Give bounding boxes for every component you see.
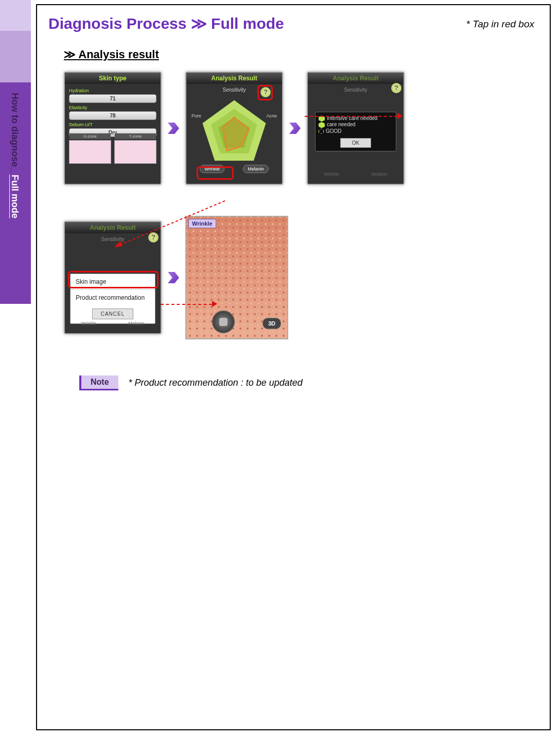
- arrowhead-icon: [212, 301, 217, 307]
- page: Diagnosis Process ≫ Full mode * Tap in r…: [36, 4, 551, 730]
- arrow-skin-to-wrinkle: [161, 304, 212, 305]
- sidebar: How to diagnose_ Full mode: [0, 0, 31, 754]
- label-sebum: Sebum-U/T: [69, 122, 156, 127]
- menu-product-recommendation[interactable]: Product recommendation: [71, 290, 155, 305]
- note-text: * Product recommendation : to be updated: [129, 378, 303, 388]
- label-sensitivity: Sensitivity: [222, 87, 246, 93]
- chevron-right-icon: [168, 272, 179, 283]
- tap-hint: * Tap in red box: [466, 19, 534, 30]
- u-zone-box[interactable]: U-zone: [69, 140, 111, 164]
- panel-wrinkle-skin-image: Wrinkle 3D: [185, 216, 288, 339]
- red-box-wrinkle: [197, 166, 234, 180]
- label-melanin-dim: Melanin: [371, 172, 388, 177]
- panel-header-analysis-dim: Analysis Result: [308, 73, 404, 84]
- sidebar-label-bright: Full mode: [10, 175, 20, 218]
- sidebar-block-3: How to diagnose_ Full mode: [0, 82, 31, 304]
- u-zone-label: U-zone: [69, 133, 111, 139]
- arrow-help-to-legend: [305, 116, 397, 117]
- zone-row: U-zone T-zone: [69, 140, 156, 164]
- help-icon-dim: ?: [391, 83, 401, 93]
- sidebar-block-2: [0, 31, 31, 82]
- red-box-skin-image: [68, 271, 159, 288]
- t-zone-box[interactable]: T-zone: [114, 140, 156, 164]
- label-wrinkle-dim2: Wrinkle: [81, 321, 96, 326]
- legend-popup: Intensive care needed care needed GOOD O…: [315, 112, 396, 151]
- radar-chart: Pore Acne: [190, 96, 278, 168]
- label-elasticity: Elasticity: [69, 105, 156, 110]
- label-melanin-dim2: Melanin: [128, 321, 145, 326]
- panel-analysis-radar: Analysis Result Sensitivity Pore Acne Wr…: [185, 72, 283, 185]
- panel-skin-type: Skin type Hydration 71 Elasticity 78 Seb…: [64, 72, 162, 185]
- sidebar-label-dim: How to diagnose_: [10, 93, 20, 175]
- panel-skin-image-popup: Analysis Result Sensitivity ? Skin image…: [64, 221, 162, 334]
- legend-item-care: care needed: [319, 122, 393, 128]
- legend-item-good: GOOD: [319, 128, 393, 134]
- value-hydration: 71: [69, 94, 156, 103]
- label-sensitivity-dim2: Sensitivity: [69, 236, 156, 242]
- panel-header-analysis-dim2: Analysis Result: [65, 222, 161, 233]
- ok-button[interactable]: OK: [340, 138, 371, 148]
- label-pore: Pore: [191, 113, 201, 118]
- panel-header-skin-type: Skin type: [65, 73, 161, 84]
- row-2: Analysis Result Sensitivity ? Skin image…: [64, 216, 538, 339]
- button-3d[interactable]: 3D: [262, 318, 281, 329]
- label-hydration: Hydration: [69, 88, 156, 93]
- value-elasticity: 78: [69, 111, 156, 120]
- note-row: Note * Product recommendation : to be up…: [79, 375, 538, 390]
- arrowhead-icon: [397, 113, 402, 119]
- capture-button[interactable]: [212, 311, 235, 333]
- note-badge: Note: [79, 375, 118, 390]
- row-1: Skin type Hydration 71 Elasticity 78 Seb…: [64, 72, 538, 185]
- chevron-right-icon: [168, 123, 179, 134]
- chevron-right-icon: [289, 123, 301, 134]
- help-icon-dim2: ?: [148, 232, 159, 243]
- panel-legend-popup: Analysis Result Sensitivity ? Intensive …: [307, 72, 405, 185]
- label-wrinkle-dim: Wrinkle: [324, 172, 339, 177]
- cancel-button[interactable]: CANCEL: [92, 309, 133, 319]
- t-zone-label: T-zone: [115, 133, 156, 139]
- label-acne: Acne: [266, 113, 277, 118]
- label-sensitivity-dim: Sensitivity: [312, 87, 399, 93]
- section-title: ≫ Analysis result: [64, 48, 538, 61]
- page-title: Diagnosis Process ≫ Full mode: [48, 14, 538, 32]
- panel-header-analysis: Analysis Result: [186, 73, 282, 84]
- sidebar-block-1: [0, 0, 31, 31]
- sidebar-label: How to diagnose_ Full mode: [9, 93, 20, 218]
- panel-body-skin-type: Hydration 71 Elasticity 78 Sebum-U/T Dry…: [65, 84, 161, 167]
- panel-body-legend: Sensitivity ? Intensive care needed care…: [308, 84, 404, 177]
- wrinkle-tag: Wrinkle: [188, 219, 216, 228]
- red-box-help: [257, 85, 273, 100]
